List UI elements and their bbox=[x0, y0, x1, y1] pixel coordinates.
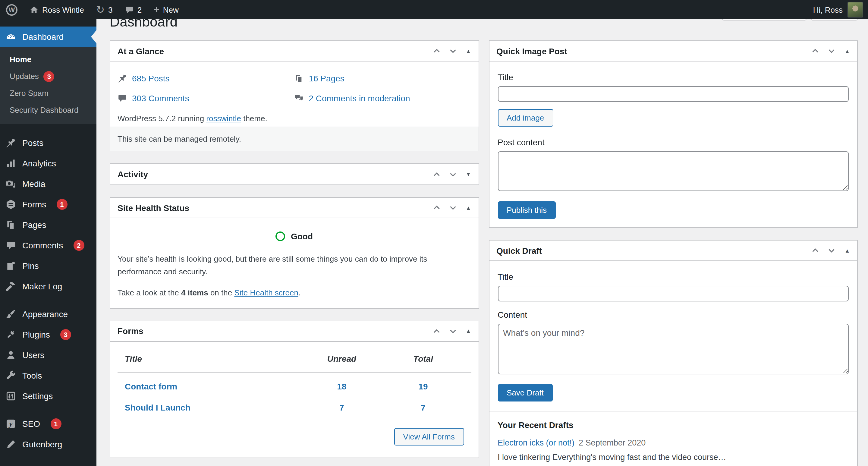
sidebar-item-label: Settings bbox=[22, 391, 53, 401]
sidebar-item-pins[interactable]: Pins bbox=[0, 256, 96, 276]
submenu-item-security-dashboard[interactable]: Security Dashboard bbox=[0, 102, 96, 119]
updates-badge: 3 bbox=[44, 71, 55, 82]
glance-moderation-link[interactable]: 2 Comments in moderation bbox=[294, 93, 471, 103]
menu-separator bbox=[0, 406, 96, 413]
pushpin-icon bbox=[118, 73, 127, 83]
health-good-circle-icon bbox=[276, 231, 285, 241]
submenu-item-zero-spam[interactable]: Zero Spam bbox=[0, 85, 96, 102]
site-name-link[interactable]: Ross Wintle bbox=[24, 0, 90, 19]
sidebar-item-settings[interactable]: Settings bbox=[0, 386, 96, 406]
site-health-screen-link[interactable]: Site Health screen bbox=[234, 288, 298, 297]
quick-draft-content-textarea[interactable] bbox=[498, 324, 849, 374]
sidebar-item-dashboard[interactable]: Dashboard bbox=[0, 27, 96, 47]
collapse-toggle-icon[interactable]: ▲ bbox=[844, 247, 850, 253]
view-all-forms-button[interactable]: View All Forms bbox=[394, 428, 464, 445]
move-down-icon[interactable] bbox=[827, 246, 836, 255]
comment-bubble-icon bbox=[125, 5, 134, 14]
collapse-toggle-icon[interactable]: ▲ bbox=[844, 48, 850, 54]
menu-separator bbox=[0, 124, 96, 133]
forms-hexagon-icon bbox=[5, 199, 17, 210]
sidebar-item-users[interactable]: Users bbox=[0, 345, 96, 365]
widget-body: 685 Posts 16 Pages bbox=[110, 61, 478, 127]
sidebar-item-maker-log[interactable]: Maker Log bbox=[0, 276, 96, 297]
wrench-icon bbox=[5, 370, 17, 381]
theme-link[interactable]: rosswintle bbox=[206, 114, 241, 123]
move-up-icon[interactable] bbox=[432, 170, 441, 179]
comments-indicator[interactable]: 2 bbox=[119, 0, 148, 19]
collapse-toggle-icon[interactable]: ▲ bbox=[466, 205, 471, 211]
move-down-icon[interactable] bbox=[448, 327, 457, 336]
new-content-menu[interactable]: + New bbox=[148, 0, 185, 19]
move-up-icon[interactable] bbox=[432, 203, 441, 212]
sidebar-item-seo[interactable]: y SEO 1 bbox=[0, 413, 96, 434]
hammer-icon bbox=[5, 281, 17, 292]
form-unread-link[interactable]: 18 bbox=[337, 381, 346, 391]
collapse-toggle-icon[interactable]: ▼ bbox=[466, 171, 471, 177]
collapse-toggle-icon[interactable]: ▲ bbox=[466, 48, 471, 54]
column-left: At a Glance ▲ bbox=[110, 40, 479, 466]
sidebar-item-gutenberg[interactable]: Gutenberg bbox=[0, 434, 96, 455]
add-image-button[interactable]: Add image bbox=[498, 109, 553, 127]
pages-icon bbox=[5, 219, 17, 230]
media-camera-icon bbox=[5, 179, 17, 189]
quick-image-content-textarea[interactable] bbox=[498, 151, 849, 191]
submenu-item-home[interactable]: Home bbox=[0, 51, 96, 68]
glance-pages-link[interactable]: 16 Pages bbox=[294, 73, 471, 83]
sidebar-item-pages[interactable]: Pages bbox=[0, 215, 96, 235]
quick-image-title-input[interactable] bbox=[498, 86, 849, 102]
draft-title-link[interactable]: Electron icks (or not!) bbox=[498, 438, 575, 447]
version-prefix: WordPress 5.7.2 running bbox=[118, 114, 206, 123]
cta-middle: on the bbox=[208, 288, 235, 297]
widget-header: At a Glance ▲ bbox=[110, 41, 478, 61]
widget-title: At a Glance bbox=[118, 46, 164, 56]
publish-this-button[interactable]: Publish this bbox=[498, 201, 556, 219]
user-icon bbox=[5, 350, 17, 361]
sidebar-item-comments[interactable]: Comments 2 bbox=[0, 235, 96, 256]
save-draft-button[interactable]: Save Draft bbox=[498, 384, 553, 402]
submenu-item-updates[interactable]: Updates3 bbox=[0, 68, 96, 85]
sidebar-item-analytics[interactable]: Analytics bbox=[0, 153, 96, 174]
sidebar-item-label: Users bbox=[22, 350, 44, 360]
glance-comments-link[interactable]: 303 Comments bbox=[118, 93, 294, 103]
move-up-icon[interactable] bbox=[432, 46, 441, 56]
forms-footer: View All Forms bbox=[118, 414, 471, 450]
collapse-toggle-icon[interactable]: ▲ bbox=[466, 328, 471, 334]
move-up-icon[interactable] bbox=[811, 46, 820, 56]
move-up-icon[interactable] bbox=[432, 327, 441, 336]
sidebar-item-label: Posts bbox=[22, 138, 43, 148]
quick-draft-title-input[interactable] bbox=[498, 286, 849, 302]
sidebar-item-tools[interactable]: Tools bbox=[0, 365, 96, 386]
wordpress-menu[interactable]: W bbox=[0, 0, 24, 19]
sidebar-item-forms[interactable]: Forms 1 bbox=[0, 194, 96, 215]
form-total-link[interactable]: 7 bbox=[421, 402, 426, 412]
comments-count: 2 bbox=[137, 5, 142, 14]
move-down-icon[interactable] bbox=[448, 170, 457, 179]
account-menu[interactable]: Hi, Ross bbox=[813, 2, 868, 18]
move-down-icon[interactable] bbox=[448, 203, 457, 212]
move-down-icon[interactable] bbox=[827, 46, 836, 56]
pin-card-icon bbox=[5, 260, 17, 271]
dashboard-content: Screen Options ▼ Help ▼ Dashboard At a G… bbox=[96, 0, 868, 466]
sidebar-item-appearance[interactable]: Appearance bbox=[0, 304, 96, 324]
move-down-icon[interactable] bbox=[448, 46, 457, 56]
form-total-link[interactable]: 19 bbox=[418, 381, 428, 391]
form-title-link[interactable]: Contact form bbox=[125, 381, 177, 391]
move-up-icon[interactable] bbox=[811, 246, 820, 255]
admin-bar: W Ross Wintle ↻ 3 2 + New Hi, Ross bbox=[0, 0, 868, 19]
sidebar-item-media[interactable]: Media bbox=[0, 174, 96, 194]
sidebar-item-plugins[interactable]: Plugins 3 bbox=[0, 324, 96, 345]
glance-posts-link[interactable]: 685 Posts bbox=[118, 73, 294, 83]
form-unread-link[interactable]: 7 bbox=[339, 402, 344, 412]
menu-spacer bbox=[0, 19, 96, 27]
widget-body: Title Add image Post content Publish thi… bbox=[489, 61, 857, 227]
health-cta: Take a look at the 4 items on the Site H… bbox=[118, 288, 471, 297]
form-title-link[interactable]: Should I Launch bbox=[125, 402, 190, 412]
widget-title: Quick Draft bbox=[496, 246, 542, 255]
cta-prefix: Take a look at the bbox=[118, 288, 181, 297]
greeting-label: Hi, Ross bbox=[813, 5, 843, 14]
sidebar-item-label: Maker Log bbox=[22, 282, 62, 291]
updates-indicator[interactable]: ↻ 3 bbox=[90, 0, 119, 19]
sidebar-item-posts[interactable]: Posts bbox=[0, 133, 96, 153]
list-item: Electron icks (or not!)2 September 2020 … bbox=[498, 438, 849, 464]
seo-badge: 1 bbox=[50, 418, 61, 429]
